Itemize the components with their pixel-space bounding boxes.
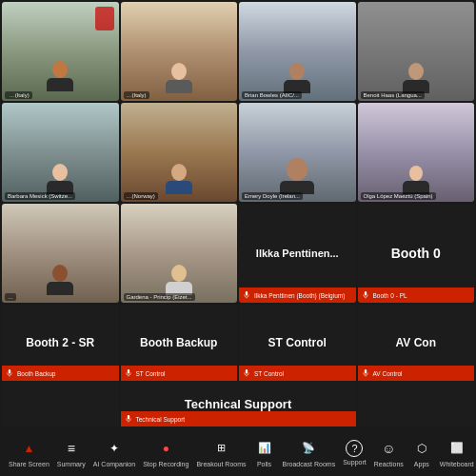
bottom-redbar-label-0: Booth Backup bbox=[17, 370, 55, 377]
svg-rect-8 bbox=[246, 369, 248, 374]
empty-tech-col-3 bbox=[358, 381, 475, 426]
video-cell-8: … bbox=[2, 204, 119, 303]
bottom-redbar-label-3: AV Control bbox=[373, 370, 403, 377]
stop-recording-label: Stop Recording bbox=[143, 461, 188, 467]
svg-rect-6 bbox=[127, 369, 129, 374]
video-grid: …(Italy) …(Italy) Brian Bowles (AIIC/... bbox=[0, 0, 476, 305]
tech-support-redbar: Technical Support bbox=[121, 411, 356, 426]
video-cell-2: Brian Bowles (AIIC/... bbox=[239, 2, 356, 101]
breakout-rooms-button[interactable]: ⊞ Breakout Rooms bbox=[192, 435, 249, 470]
share-screen-icon: ▲ bbox=[18, 438, 39, 459]
mic-icon-bottom-3 bbox=[362, 369, 369, 377]
whiteboard-button[interactable]: ⬜ Whiteboard bbox=[436, 435, 476, 470]
reactions-button[interactable]: ☺ Reactions bbox=[370, 435, 407, 470]
bottom-redbar-3: AV Control bbox=[358, 366, 475, 381]
svg-rect-2 bbox=[364, 291, 366, 296]
apps-icon: ⬡ bbox=[411, 438, 432, 459]
bottom-label-1: Booth Backup bbox=[140, 336, 217, 349]
video-cell-0: …(Italy) bbox=[2, 2, 119, 101]
bottom-redbar-0: Booth Backup bbox=[2, 366, 119, 381]
svg-rect-0 bbox=[246, 291, 248, 296]
tech-support-cell: Technical Support Technical Support bbox=[121, 381, 356, 426]
ai-companion-button[interactable]: ✦ AI Companion bbox=[89, 435, 139, 470]
tech-support-label: Technical Support bbox=[185, 397, 291, 411]
participant-name-3: Benoit Haas (Langua... bbox=[361, 91, 425, 99]
summary-icon: ≡ bbox=[61, 438, 82, 459]
stop-recording-button[interactable]: ● Stop Recording bbox=[139, 435, 192, 470]
participant-name-9: Gardena - Princip (Eizet... bbox=[124, 293, 195, 301]
support-button[interactable]: ? Support bbox=[339, 437, 370, 468]
summary-label: Summary bbox=[57, 461, 86, 467]
namecard-redbar-10: Ilkka Penttinen (Booth) (Belgium) bbox=[239, 288, 356, 303]
zoom-window: …(Italy) …(Italy) Brian Bowles (AIIC/... bbox=[0, 0, 476, 476]
apps-label: Apps bbox=[414, 461, 429, 467]
breakout-rooms-icon: ⊞ bbox=[210, 438, 231, 459]
video-cell-1: …(Italy) bbox=[121, 2, 238, 101]
participant-name-1: …(Italy) bbox=[124, 91, 149, 99]
bottom-redbar-label-2: ST Control bbox=[254, 370, 284, 377]
video-cell-3: Benoit Haas (Langua... bbox=[358, 2, 475, 101]
participant-name-2: Brian Bowles (AIIC/... bbox=[242, 91, 302, 99]
video-cell-6: Emery Doyle (Irelan... bbox=[239, 103, 356, 202]
bottom-cell-1: Booth Backup ST Control bbox=[121, 305, 238, 381]
video-cell-10: Ilkka Penttinen... Ilkka Penttinen (Boot… bbox=[239, 204, 356, 303]
mic-icon-bottom-0 bbox=[6, 369, 13, 377]
support-label: Support bbox=[343, 459, 367, 466]
video-cell-9: Gardena - Princip (Eizet... bbox=[121, 204, 238, 303]
bottom-redbar-2: ST Control bbox=[239, 366, 356, 381]
polls-label: Polls bbox=[257, 461, 271, 467]
namecard-sub-10: Ilkka Penttinen (Booth) (Belgium) bbox=[254, 292, 345, 299]
participant-name-5: …(Norway) bbox=[124, 192, 158, 200]
svg-rect-12 bbox=[127, 415, 129, 420]
stop-recording-icon: ● bbox=[155, 438, 176, 459]
broadcast-rooms-label: Broadcast Rooms bbox=[283, 461, 336, 467]
participant-name-6: Emery Doyle (Irelan... bbox=[242, 192, 303, 200]
namecard-title-11: Booth 0 bbox=[391, 246, 441, 261]
participant-name-7: Olga López Maeztú (Spain) bbox=[361, 192, 436, 200]
video-cell-5: …(Norway) bbox=[121, 103, 238, 202]
ai-companion-icon: ✦ bbox=[104, 438, 125, 459]
namecard-sub-11: Booth 0 - PL bbox=[373, 292, 407, 299]
mic-icon-11 bbox=[362, 291, 369, 299]
tech-support-redbar-label: Technical Support bbox=[136, 416, 186, 423]
support-icon: ? bbox=[346, 440, 363, 457]
whiteboard-icon: ⬜ bbox=[446, 438, 467, 459]
mic-icon-10 bbox=[243, 291, 250, 299]
namecard-redbar-11: Booth 0 - PL bbox=[358, 288, 475, 303]
bottom-label-0: Booth 2 - SR bbox=[26, 336, 94, 349]
reactions-icon: ☺ bbox=[378, 438, 399, 459]
ai-companion-label: AI Companion bbox=[93, 461, 135, 467]
toolbar: ▲ Share Screen ≡ Summary ✦ AI Companion … bbox=[0, 428, 476, 476]
participant-name-8: … bbox=[5, 293, 16, 301]
svg-rect-10 bbox=[364, 369, 366, 374]
svg-rect-4 bbox=[9, 369, 10, 374]
video-cell-4: Barbara Mesick (Switze... bbox=[2, 103, 119, 202]
namecard-title-10: Ilkka Penttinen... bbox=[252, 248, 343, 259]
participant-name-4: Barbara Mesick (Switze... bbox=[5, 192, 75, 200]
apps-button[interactable]: ⬡ Apps bbox=[407, 435, 436, 470]
bottom-cell-0: Booth 2 - SR Booth Backup bbox=[2, 305, 119, 381]
summary-button[interactable]: ≡ Summary bbox=[53, 435, 89, 470]
empty-tech-col-0 bbox=[2, 381, 119, 426]
bottom-label-3: AV Con bbox=[396, 336, 436, 349]
participant-name-0: …(Italy) bbox=[5, 91, 32, 99]
breakout-rooms-label: Breakout Rooms bbox=[196, 461, 246, 467]
bottom-cell-2: ST Control ST Control bbox=[239, 305, 356, 381]
share-screen-button[interactable]: ▲ Share Screen bbox=[5, 435, 53, 470]
mic-icon-bottom-1 bbox=[125, 369, 132, 377]
reactions-label: Reactions bbox=[374, 461, 404, 467]
broadcast-rooms-icon: 📡 bbox=[298, 438, 319, 459]
bottom-label-2: ST Control bbox=[268, 336, 327, 349]
broadcast-rooms-button[interactable]: 📡 Broadcast Rooms bbox=[279, 435, 340, 470]
mic-icon-bottom-2 bbox=[243, 369, 250, 377]
bottom-redbar-1: ST Control bbox=[121, 366, 238, 381]
whiteboard-label: Whiteboard bbox=[440, 461, 474, 467]
polls-icon: 📊 bbox=[254, 438, 275, 459]
video-cell-11: Booth 0 Booth 0 - PL bbox=[358, 204, 475, 303]
share-screen-label: Share Screen bbox=[9, 461, 50, 467]
video-cell-7: Olga López Maeztú (Spain) bbox=[358, 103, 475, 202]
bottom-redbar-label-1: ST Control bbox=[136, 370, 166, 377]
polls-button[interactable]: 📊 Polls bbox=[250, 435, 279, 470]
mic-icon-tech bbox=[125, 415, 132, 423]
bottom-cell-3: AV Con AV Control bbox=[358, 305, 475, 381]
